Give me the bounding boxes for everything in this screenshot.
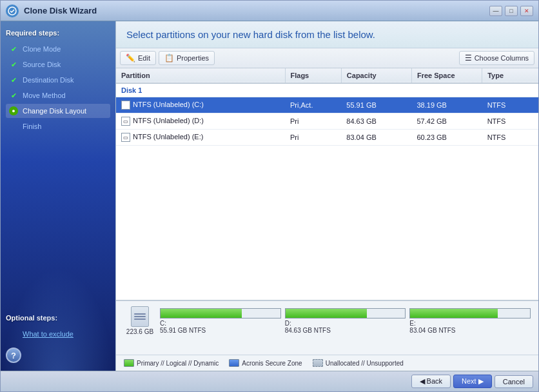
table-row[interactable]: ▭NTFS (Unlabeled) (D:)Pri84.63 GB57.42 G… (116, 113, 538, 130)
sidebar-item-exclude-label: What to exclude (23, 330, 74, 338)
sidebar-item-clone-mode[interactable]: ✔ Clone Mode (6, 42, 110, 56)
checkmark-icon-2: ✔ (8, 59, 19, 70)
partition-c-type: NTFS (189, 327, 206, 334)
disk-map-row: 223.6 GB C: 55.91 GB NTFS (124, 306, 531, 335)
partition-icon: ▭ (121, 133, 130, 142)
sidebar-item-move-label: Move Method (23, 92, 66, 99)
col-header-freespace: Free Space (411, 68, 482, 83)
partition-icon: ▭ (121, 117, 130, 126)
partition-e-bar: E: 83.04 GB NTFS (409, 308, 531, 334)
table-header-row: Partition Flags Capacity Free Space Type (116, 68, 538, 83)
properties-button[interactable]: 📋 Properties (159, 51, 215, 65)
sidebar-item-clone-mode-label: Clone Mode (23, 45, 61, 53)
partition-data-table: Partition Flags Capacity Free Space Type… (116, 68, 538, 146)
close-button[interactable]: ✕ (520, 6, 533, 16)
main-content: Select partitions on your new hard disk … (115, 21, 538, 371)
window-controls: — □ ✕ (489, 6, 533, 16)
partition-e-label: E: (409, 320, 415, 327)
minimize-button[interactable]: — (489, 6, 502, 16)
maximize-button[interactable]: □ (505, 6, 518, 16)
disk-icon (131, 306, 149, 327)
legend-primary: Primary // Logical // Dynamic (124, 359, 219, 367)
checkmark-icon-3: ✔ (8, 75, 19, 85)
disk-icon-container: 223.6 GB (124, 306, 156, 335)
checkmark-icon-4: ✔ (8, 90, 19, 101)
disk-header-row: Disk 1 (116, 83, 538, 97)
edit-button[interactable]: ✏️ Edit (120, 51, 156, 65)
optional-steps-label: Optional steps: (6, 314, 110, 322)
bar-track-d (285, 308, 406, 318)
legend-swatch-green (124, 359, 134, 367)
partition-e-info: E: 83.04 GB NTFS (409, 320, 531, 334)
window-footer: ◀ Back Next ▶ Cancel (1, 371, 538, 391)
page-header: Select partitions on your new hard disk … (116, 21, 538, 48)
sidebar-item-destination-label: Destination Disk (23, 76, 74, 84)
main-window: Clone Disk Wizard — □ ✕ Required steps: … (0, 0, 539, 392)
current-step-icon: ● (8, 106, 19, 116)
back-button[interactable]: ◀ Back (411, 375, 451, 388)
partition-c-bar: C: 55.91 GB NTFS (160, 308, 281, 334)
legend-unallocated: Unallocated // Unsupported (313, 359, 404, 367)
col-header-partition: Partition (116, 68, 285, 83)
partition-d-info: D: 84.63 GB NTFS (285, 320, 406, 334)
legend-primary-label: Primary // Logical // Dynamic (137, 360, 219, 367)
sidebar-item-finish[interactable]: Finish (6, 119, 110, 133)
table-row[interactable]: ▭NTFS (Unlabeled) (C:)Pri,Act.55.91 GB38… (116, 97, 538, 113)
partition-icon: ▭ (121, 101, 130, 110)
partition-c-label: C: (160, 320, 166, 327)
table-row[interactable]: ▭NTFS (Unlabeled) (E:)Pri83.04 GB60.23 G… (116, 130, 538, 146)
partition-e-size: 83.04 GB (409, 327, 436, 334)
col-header-type: Type (482, 68, 538, 83)
disk-map-area: 223.6 GB C: 55.91 GB NTFS (116, 300, 538, 355)
sidebar-item-change-disk-layout[interactable]: ● Change Disk Layout (6, 104, 110, 118)
legend-acronis-label: Acronis Secure Zone (242, 360, 302, 367)
legend-row: Primary // Logical // Dynamic Acronis Se… (116, 355, 538, 371)
partition-d-bar: D: 84.63 GB NTFS (285, 308, 406, 334)
partition-c-info: C: 55.91 GB NTFS (160, 320, 281, 334)
legend-swatch-blue (229, 359, 239, 367)
partition-bars: C: 55.91 GB NTFS D: (160, 308, 531, 334)
sidebar-item-change-layout-label: Change Disk Layout (23, 107, 86, 115)
app-icon (6, 5, 19, 17)
edit-label: Edit (138, 54, 150, 62)
next-button[interactable]: Next ▶ (453, 375, 492, 388)
choose-columns-button[interactable]: ☰ Choose Columns (459, 51, 534, 65)
sidebar-item-destination-disk[interactable]: ✔ Destination Disk (6, 73, 110, 87)
window-body: Required steps: ✔ Clone Mode ✔ Source Di… (1, 21, 538, 371)
optional-section: Optional steps: What to exclude (6, 309, 110, 342)
columns-icon: ☰ (465, 54, 472, 63)
page-title: Select partitions on your new hard disk … (126, 29, 528, 40)
partition-d-type: NTFS (314, 327, 331, 334)
partition-table[interactable]: Partition Flags Capacity Free Space Type… (116, 68, 538, 300)
window-title: Clone Disk Wizard (24, 6, 489, 15)
sidebar-item-source-label: Source Disk (23, 61, 61, 68)
bar-fill-d (286, 309, 367, 318)
bar-track-e (409, 308, 531, 318)
help-button[interactable]: ? (6, 348, 21, 363)
legend-swatch-gray (313, 359, 323, 367)
properties-label: Properties (177, 54, 209, 62)
choose-columns-label: Choose Columns (475, 54, 529, 62)
partition-d-size: 84.63 GB (285, 327, 312, 334)
sidebar: Required steps: ✔ Clone Mode ✔ Source Di… (1, 21, 115, 371)
properties-icon: 📋 (164, 54, 174, 63)
partition-d-label: D: (285, 320, 291, 327)
partition-e-type: NTFS (438, 327, 455, 334)
checkmark-icon: ✔ (8, 44, 19, 54)
bar-fill-c (161, 309, 242, 318)
edit-icon: ✏️ (126, 54, 135, 63)
disk-total-size: 223.6 GB (124, 328, 156, 335)
legend-acronis: Acronis Secure Zone (229, 359, 302, 367)
toolbar: ✏️ Edit 📋 Properties ☰ Choose Columns (116, 48, 538, 68)
required-steps-label: Required steps: (6, 29, 110, 37)
sidebar-item-what-to-exclude[interactable]: What to exclude (6, 327, 110, 341)
bar-track-c (160, 308, 281, 318)
sidebar-item-source-disk[interactable]: ✔ Source Disk (6, 57, 110, 72)
sidebar-item-move-method[interactable]: ✔ Move Method (6, 88, 110, 103)
col-header-flags: Flags (285, 68, 341, 83)
bar-fill-e (410, 309, 498, 318)
disk-line-2 (134, 316, 146, 317)
cancel-button[interactable]: Cancel (495, 375, 533, 388)
disk-line-3 (134, 318, 146, 320)
title-bar: Clone Disk Wizard — □ ✕ (1, 1, 538, 21)
